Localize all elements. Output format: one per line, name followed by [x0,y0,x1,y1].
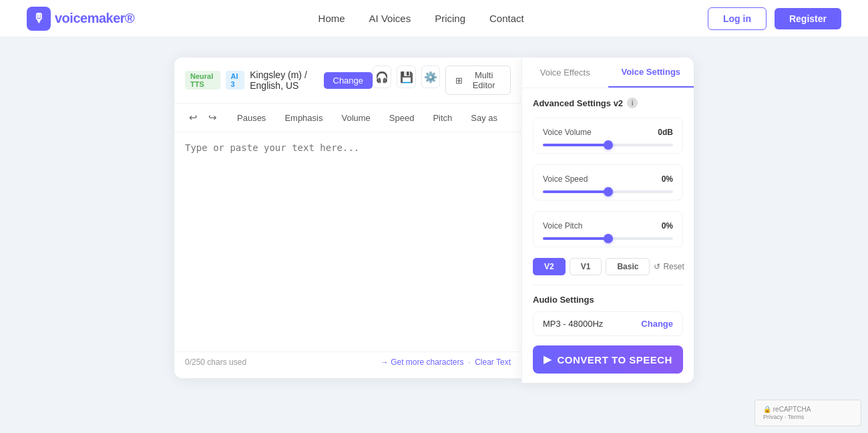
clear-text-link[interactable]: Clear Text [475,357,511,367]
toolbar-tab-emphasis[interactable]: Emphasis [276,110,331,126]
settings-content: Advanced Settings v2 i Voice Volume 0dB … [522,88,694,383]
recaptcha: 🔒 reCAPTCHAPrivacy · Terms [754,400,861,426]
logo-icon: 🎙 [27,7,51,31]
voice-name: Kingsley (m) / English, US [250,69,318,91]
settings-icon[interactable]: ⚙️ [421,65,440,88]
nav-actions: Log in Register [708,7,841,30]
voice-volume-label-row: Voice Volume 0dB [543,128,673,137]
settings-panel: Voice Effects Voice Settings Advanced Se… [521,57,694,383]
voice-speed-track [543,190,673,193]
toolbar-tab-say-as[interactable]: Say as [463,110,505,126]
voice-speed-thumb[interactable] [604,187,613,196]
logo: 🎙 voicemaker® [27,7,134,31]
play-icon: ▶ [544,353,552,366]
voice-pitch-label: Voice Pitch [543,221,582,231]
voice-volume-thumb[interactable] [604,140,613,150]
voice-pitch-label-row: Voice Pitch 0% [543,221,673,231]
navbar: 🎙 voicemaker® Home AI Voices Pricing Con… [0,0,868,37]
voice-speed-fill [543,190,608,193]
badge-neural: Neural TTS [185,71,220,90]
toolbar-tab-speed[interactable]: Speed [381,110,423,126]
ver-group: V2 V1 Basic [533,258,650,275]
text-area-container [174,132,521,351]
redo-button[interactable]: ↪ [204,109,221,126]
save-icon[interactable]: 💾 [397,65,415,88]
voice-volume-group: Voice Volume 0dB [533,118,683,154]
multi-editor-button[interactable]: ⊞ Multi Editor [445,65,511,95]
nav-ai-voices[interactable]: AI Voices [369,13,411,24]
editor-toolbar: ↩ ↪ Pauses Emphasis Volume Speed Pitch S… [174,104,521,132]
version-v1-button[interactable]: V1 [570,258,602,275]
reset-button[interactable]: ↺ Reset [654,262,684,271]
headphones-icon[interactable]: 🎧 [373,65,391,88]
editor-footer: 0/250 chars used → Get more characters ·… [174,351,521,372]
text-input[interactable] [185,140,511,341]
info-icon[interactable]: i [627,98,638,108]
nav-pricing[interactable]: Pricing [435,13,465,24]
voice-speed-label-row: Voice Speed 0% [543,174,673,184]
voice-info: Neural TTS AI 3 Kingsley (m) / English, … [185,69,373,91]
nav-links: Home AI Voices Pricing Contact [318,13,524,24]
change-voice-button[interactable]: Change [324,72,373,89]
multi-editor-icon: ⊞ [455,76,463,86]
audio-format-row: MP3 - 48000Hz Change [533,311,683,336]
audio-settings-label: Audio Settings [533,295,683,305]
voice-speed-group: Voice Speed 0% [533,164,683,200]
voice-volume-fill [543,144,608,146]
convert-to-speech-button[interactable]: ▶ CONVERT TO SPEECH [533,345,683,374]
undo-button[interactable]: ↩ [185,109,202,126]
toolbar-tab-volume[interactable]: Volume [333,110,378,126]
undo-redo-group: ↩ ↪ [185,109,221,126]
multi-editor-label: Multi Editor [467,70,501,90]
voice-volume-value: 0dB [658,128,673,137]
get-more-chars-link[interactable]: → Get more characters [381,357,464,367]
voice-speed-label: Voice Speed [543,174,588,184]
change-audio-button[interactable]: Change [641,319,673,329]
voice-volume-track [543,144,673,146]
settings-tabs: Voice Effects Voice Settings [522,57,694,88]
chars-used: 0/250 chars used [185,357,246,367]
reset-label: Reset [663,262,684,271]
version-buttons-row: V2 V1 Basic ↺ Reset [533,258,683,275]
audio-format-text: MP3 - 48000Hz [543,319,603,329]
version-basic-button[interactable]: Basic [606,258,650,275]
editor-panel: Neural TTS AI 3 Kingsley (m) / English, … [174,57,521,378]
editor-icon-group: 🎧 💾 ⚙️ ⊞ Multi Editor [373,65,511,95]
voice-pitch-track [543,237,673,240]
advanced-settings-label: Advanced Settings v2 i [533,98,683,108]
editor-header: Neural TTS AI 3 Kingsley (m) / English, … [174,57,521,104]
voice-pitch-thumb[interactable] [604,234,613,243]
nav-contact[interactable]: Contact [489,13,524,24]
voice-pitch-value: 0% [662,221,673,231]
login-button[interactable]: Log in [708,7,767,30]
reset-icon: ↺ [654,262,660,271]
toolbar-tab-pitch[interactable]: Pitch [425,110,460,126]
tab-voice-effects[interactable]: Voice Effects [522,57,608,88]
voice-pitch-group: Voice Pitch 0% [533,211,683,247]
logo-text: voicemaker® [55,11,134,26]
main-area: Neural TTS AI 3 Kingsley (m) / English, … [0,37,868,403]
divider [533,285,683,285]
toolbar-tab-pauses[interactable]: Pauses [229,110,274,126]
nav-home[interactable]: Home [318,13,345,24]
version-v2-button[interactable]: V2 [533,258,566,275]
voice-volume-label: Voice Volume [543,128,592,137]
register-button[interactable]: Register [775,8,841,29]
tab-voice-settings[interactable]: Voice Settings [608,57,694,88]
convert-label: CONVERT TO SPEECH [558,354,672,366]
voice-pitch-fill [543,237,608,240]
voice-speed-value: 0% [662,174,673,184]
badge-ai: AI 3 [226,71,245,90]
